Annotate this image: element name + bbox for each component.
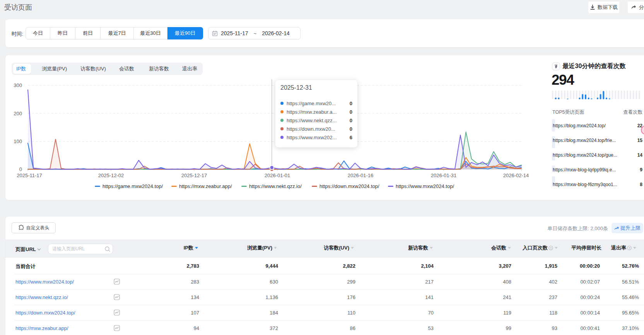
svg-text:?: ?: [629, 246, 630, 250]
